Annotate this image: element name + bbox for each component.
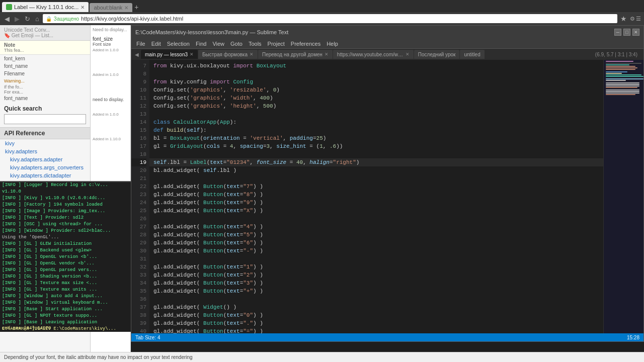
terminal-line-20: [INFO ] [Base ] Start application ...	[0, 306, 131, 313]
code-line-13	[149, 110, 603, 118]
code-line-36	[149, 295, 603, 303]
quick-search-input[interactable]	[4, 114, 86, 124]
code-line-18	[149, 150, 603, 158]
sidebar-item-adapters[interactable]: kivy.adapters	[0, 147, 90, 155]
menu-project[interactable]: Project	[265, 41, 288, 47]
tab-2-close[interactable]: ✕	[250, 52, 254, 57]
terminal-line-12: [INFO ] [GL ] OpenGL version <b'...	[0, 254, 131, 260]
terminal-line-18: [INFO ] [Window ] auto add 4 input...	[0, 293, 131, 300]
menu-edit[interactable]: Edit	[148, 41, 164, 47]
browser-chrome: Label — Kivy 1.10.1 doc... ✕ about:blank…	[0, 0, 644, 25]
sidebar-item-adapter[interactable]: kivy.adapters.adapter	[0, 155, 90, 163]
terminal-line-1: [INFO ] [Logger ] Record log in c:\v...	[0, 182, 131, 189]
code-line-26	[149, 215, 603, 223]
terminal-line-6: [INFO ] [Text ] Provider: sdl2	[0, 215, 131, 221]
menu-find[interactable]: Find	[193, 41, 209, 47]
sidebar-item-kivy[interactable]: kivy	[0, 139, 90, 147]
need-display-text: need to display.	[93, 97, 128, 102]
code-line-11: Config.set('graphics', 'width', 400)	[149, 94, 603, 102]
editor-tab-6[interactable]: untitled	[460, 50, 484, 59]
quick-search-label: Quick search	[0, 102, 90, 113]
terminal-line-17: [INFO ] [GL ] Texture max units ...	[0, 287, 131, 293]
tab-main-close[interactable]: ✕	[190, 52, 194, 57]
font-name-label: font_name	[0, 62, 90, 70]
terminal-line-8: [INFO ] [Window ] Provider: sdl2<blac...	[0, 228, 131, 234]
menu-help[interactable]: Help	[324, 41, 341, 47]
code-line-8	[149, 70, 603, 78]
code-line-35: gl.add_widget( Button(text="+") )	[149, 287, 603, 295]
menu-tools[interactable]: Tools	[246, 41, 265, 47]
code-line-24: gl.add_widget( Button(text="9") )	[149, 199, 603, 207]
menu-selection[interactable]: Selection	[164, 41, 193, 47]
tab-close-inactive[interactable]: ✕	[124, 5, 128, 11]
menu-preferences[interactable]: Preferences	[288, 41, 324, 47]
added-110-badge: Added in 1.10.0	[93, 137, 128, 141]
filename-label: Filename	[0, 70, 90, 77]
terminal-line-21: [INFO ] [GL ] NPOT texture suppo...	[0, 313, 131, 319]
terminal-line-22: [INFO ] [Base ] Leaving application	[0, 319, 131, 326]
code-line-37: gl.add_widget( Widget() )	[149, 303, 603, 311]
code-line-25: gl.add_widget( Button(text="X") )	[149, 207, 603, 215]
browser-tabs-bar: Label — Kivy 1.10.1 doc... ✕ about:blank…	[0, 0, 644, 12]
editor-tab-4[interactable]: https://www.youtube.com/watch?v=rtPMAiig…	[333, 50, 414, 59]
editor-tab-main[interactable]: main.py — lesson3 ✕	[141, 50, 198, 59]
menu-goto[interactable]: Goto	[227, 41, 246, 47]
added-100-badge: Added in 1.0.0	[93, 48, 128, 52]
editor-tab-3[interactable]: Перевод на другой домен ✕	[258, 50, 333, 59]
terminal-line-14: [INFO ] [GL ] OpenGL parsed vers...	[0, 267, 131, 274]
tab-close-active[interactable]: ✕	[80, 5, 85, 10]
terminal-line-19: [INFO ] [Window ] virtual keyboard m...	[0, 300, 131, 306]
tab-label-active: Label — Kivy 1.10.1 doc...	[14, 4, 78, 10]
menu-view[interactable]: View	[209, 41, 227, 47]
editor-window: E:\CodeMasters\kivy-lessons\lesson3\main…	[131, 25, 644, 342]
font-name2-label: font_name	[0, 95, 90, 102]
close-button[interactable]: ✕	[632, 29, 639, 36]
code-line-22: gl.add_widget( Button(text="7") )	[149, 183, 603, 191]
status-message: Depending of your font, the italic attri…	[4, 354, 193, 360]
code-line-27: gl.add_widget( Button(text="4") )	[149, 223, 603, 231]
terminal-panel: [INFO ] [Logger ] Record log in c:\v... …	[0, 181, 131, 332]
terminal-line-10: [INFO ] [GL ] GLEW initialization	[0, 241, 131, 247]
sidebar-item-args-converters[interactable]: kivy.adapters.args_converters	[0, 163, 90, 171]
forward-button[interactable]: ▶	[13, 15, 21, 23]
browser-nav-bar: ◀ ▶ ↻ ⌂ 🔒 Защищено https://kivy.org/docs…	[0, 12, 644, 25]
code-line-33: gl.add_widget( Button(text="2") )	[149, 271, 603, 279]
tab-3-close[interactable]: ✕	[325, 52, 329, 57]
extensions-area: ⚙ ☰	[630, 16, 641, 22]
code-editor[interactable]: from kivy.uix.boxlayout import BoxLayout…	[149, 60, 603, 333]
code-line-15: def build(self):	[149, 126, 603, 134]
editor-titlebar: E:\CodeMasters\kivy-lessons\lesson3\main…	[131, 26, 643, 39]
docs-status-bar: Depending of your font, the italic attri…	[0, 352, 644, 362]
address-bar[interactable]: 🔒 Защищено https://kivy.org/docs/api-kiv…	[43, 14, 617, 23]
tab-main-label: main.py — lesson3	[145, 52, 188, 57]
back-button[interactable]: ◀	[3, 15, 11, 23]
new-tab-button[interactable]: +	[134, 3, 138, 12]
maximize-button[interactable]: □	[623, 29, 630, 36]
browser-tab-active[interactable]: Label — Kivy 1.10.1 doc... ✕	[2, 2, 89, 12]
code-line-29: gl.add_widget( Button(text="6") )	[149, 239, 603, 247]
browser-tab-inactive[interactable]: about:blank ✕	[90, 3, 132, 12]
home-button[interactable]: ⌂	[34, 15, 41, 23]
added-100-3: Added in 1.0.0	[93, 112, 128, 117]
terminal-line-7: [INFO ] [OSC ] using <thread> for ...	[0, 221, 131, 228]
lock-text: Защищено	[54, 16, 79, 22]
minimize-button[interactable]: ─	[614, 29, 621, 36]
terminal-line-16: [INFO ] [GL ] Texture max size <...	[0, 280, 131, 287]
code-line-19: self.lbl = Label(text="01234", font_size…	[149, 158, 603, 166]
lock-icon: 🔒	[46, 16, 52, 22]
refresh-button[interactable]: ↻	[23, 15, 32, 23]
code-line-40: gl.add_widget( Button(text="=") )	[149, 327, 603, 333]
code-line-10: Config.set('graphics', 'resizable', 0)	[149, 86, 603, 94]
font-size-desc: Font size	[93, 42, 128, 47]
editor-menubar: File Edit Selection Find View Goto Tools…	[131, 39, 643, 49]
menu-file[interactable]: File	[133, 41, 148, 47]
editor-tab-2[interactable]: Быстрая формовка ✕	[198, 50, 258, 59]
bookmark-icon[interactable]: ★	[619, 15, 628, 23]
tab-label-inactive: about:blank	[94, 5, 122, 11]
code-line-23: gl.add_widget( Button(text="8") )	[149, 191, 603, 199]
tab-nav-left[interactable]: ◀	[133, 52, 140, 57]
sidebar-item-dictadapter[interactable]: kivy.adapters.dictadapter	[0, 171, 90, 179]
code-line-17: gl = GridLayout(cols = 4, spacing=3, siz…	[149, 142, 603, 150]
editor-title-text: E:\CodeMasters\kivy-lessons\lesson3\main…	[135, 29, 288, 35]
editor-tab-5[interactable]: Последний урок	[414, 50, 460, 59]
